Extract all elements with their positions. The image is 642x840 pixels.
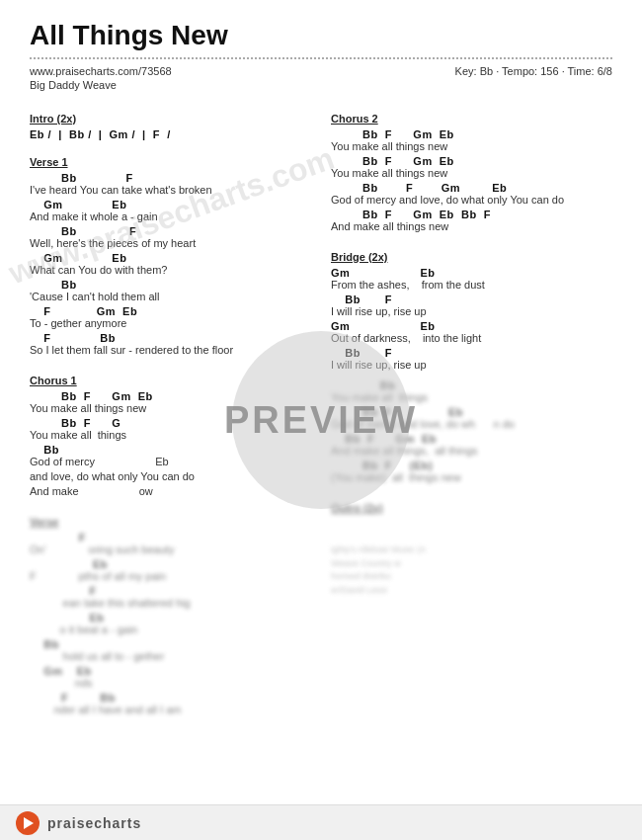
v1-line6: F Bb <box>30 332 311 344</box>
intro-title: Intro (2x) <box>30 113 311 125</box>
v1-line0: Bb F <box>30 172 311 184</box>
page-container: All Things New www.praisecharts.com/7356… <box>0 0 642 840</box>
v1-lyric2: Well, here's the pieces of my heart <box>30 237 311 249</box>
play-triangle-icon <box>24 817 34 829</box>
br-chord3: Bb F <box>331 347 612 359</box>
artist-label: Big Daddy Weave <box>30 79 117 91</box>
v1-lyric5: To - gether anymore <box>30 317 311 329</box>
br-chord1: Bb F <box>331 294 612 305</box>
c1-lyric2: God of mercy Eb <box>30 456 311 467</box>
v1-line2: Bb F <box>30 225 311 237</box>
c1-lyric4: And make ow <box>30 485 311 497</box>
c2-chord3: Bb F Gm Eb Bb F <box>331 209 612 220</box>
copyright-line2: Weave Country w <box>331 557 612 571</box>
br-lyric3: I will rise up, rise up <box>331 359 612 371</box>
c3-chord1: Bb F Eb <box>331 406 612 418</box>
copyright-line4: er/David Lessi <box>331 584 612 598</box>
c3-lyric1: God of mercy and love, do wh n do <box>331 418 612 430</box>
c3-chord2: Bb F Gm Eb <box>331 433 612 445</box>
v1-line5: F Gm Eb <box>30 305 311 317</box>
outro-title: Outro (2x) <box>331 502 612 514</box>
copyright-line3: horised distribu <box>331 570 612 584</box>
verse1-title: Verse 1 <box>30 156 311 168</box>
c3-lyric3: (You make) all things new <box>331 471 612 483</box>
v2-l3: o it beat a - gain <box>30 624 311 635</box>
left-column: Intro (2x) Eb / | Bb / | Gm / | F / Vers… <box>30 103 311 718</box>
c2-lyric2: God of mercy and love, do what only You … <box>331 194 612 206</box>
c3-chord3: Bb F (Eb) <box>331 460 612 471</box>
c1-chord2: Bb <box>30 444 311 456</box>
v2-l1: F pths of all my pain <box>30 570 311 582</box>
chorus1-section: Chorus 1 Bb F Gm Eb You make all things … <box>30 375 311 497</box>
v2-l4: hold us all to - gether <box>30 650 311 662</box>
bridge-section: Bridge (2x) Gm Eb From the ashes, from t… <box>331 251 612 371</box>
v2-l6: nder all I have and all I am <box>30 704 311 715</box>
v2-c5: Gm Eb <box>30 665 311 677</box>
chorus3-section: Bb You make all things Bb F Eb God of me… <box>331 379 612 483</box>
v2-l0: On' oring such beauty <box>30 544 311 555</box>
c2-chord2: Bb F Gm Eb <box>331 182 612 194</box>
v2-l5: nds <box>30 677 311 689</box>
copyright-line1: ighty's Alleluia! Music (A <box>331 544 612 557</box>
v1-lyric1: And make it whole a - gain <box>30 210 311 222</box>
c2-chord1: Bb F Gm Eb <box>331 155 612 167</box>
c1-chord1: Bb F G <box>30 417 311 429</box>
v2-c3: Eb <box>30 612 311 624</box>
c1-lyric1: You make all things <box>30 429 311 441</box>
divider <box>30 57 612 59</box>
c2-lyric1: You make all things new <box>331 167 612 179</box>
copyright-section: ighty's Alleluia! Music (A Weave Country… <box>331 544 612 597</box>
outro-section: Outro (2x) <box>331 502 612 514</box>
c2-lyric3: And make all things new <box>331 220 612 232</box>
br-chord2: Gm Eb <box>331 320 612 332</box>
v2-c6: F Bb <box>30 692 311 704</box>
bottom-bar: praisecharts <box>0 804 642 840</box>
br-chord0: Gm Eb <box>331 267 612 279</box>
v2-c2: F <box>30 585 311 597</box>
right-column: Chorus 2 Bb F Gm Eb You make all things … <box>331 103 612 718</box>
verse2-section: Verse F On' oring such beauty Eb F pths … <box>30 516 311 715</box>
chorus2-section: Chorus 2 Bb F Gm Eb You make all things … <box>331 113 612 232</box>
v2-c4: Bb <box>30 638 311 650</box>
br-lyric1: I will rise up, rise up <box>331 305 612 317</box>
intro-section: Intro (2x) Eb / | Bb / | Gm / | F / <box>30 113 311 140</box>
v2-l2: ean take this shattered hig <box>30 597 311 609</box>
c3-chord0: Bb <box>331 379 612 391</box>
play-button[interactable] <box>16 811 40 835</box>
content-area: Intro (2x) Eb / | Bb / | Gm / | F / Vers… <box>30 103 612 718</box>
verse2-title: Verse <box>30 516 311 528</box>
c2-chord0: Bb F Gm Eb <box>331 128 612 140</box>
chorus2-title: Chorus 2 <box>331 113 612 125</box>
v1-lyric0: I've heard You can take what's broken <box>30 184 311 196</box>
meta-label: Key: Bb · Tempo: 156 · Time: 6/8 <box>455 65 612 77</box>
br-lyric0: From the ashes, from the dust <box>331 279 612 291</box>
v2-c1: Eb <box>30 558 311 570</box>
c1-chord0: Bb F Gm Eb <box>30 390 311 402</box>
v1-lyric3: What can You do with them? <box>30 264 311 276</box>
c1-lyric3: and love, do what only You can do <box>30 470 311 482</box>
bridge-title: Bridge (2x) <box>331 251 612 263</box>
url-label: www.praisecharts.com/73568 <box>30 65 172 77</box>
intro-content: Eb / | Bb / | Gm / | F / <box>30 128 311 140</box>
chorus1-title: Chorus 1 <box>30 375 311 386</box>
c3-lyric2: And make all things, all things <box>331 445 612 457</box>
v1-line3: Gm Eb <box>30 252 311 264</box>
bottom-brand-label: praisecharts <box>47 815 141 831</box>
v1-lyric6: So I let them fall sur - rendered to the… <box>30 344 311 356</box>
v1-line4: Bb <box>30 279 311 291</box>
v1-line1: Gm Eb <box>30 199 311 210</box>
song-title: All Things New <box>30 20 612 51</box>
v1-lyric4: 'Cause I can't hold them all <box>30 291 311 302</box>
c1-lyric0: You make all things new <box>30 402 311 414</box>
v2-c0: F <box>30 532 311 544</box>
c3-lyric0: You make all things <box>331 391 612 403</box>
c2-lyric0: You make all things new <box>331 140 612 152</box>
br-lyric2: Out of darkness, into the light <box>331 332 612 344</box>
verse1-section: Verse 1 Bb F I've heard You can take wha… <box>30 156 311 356</box>
